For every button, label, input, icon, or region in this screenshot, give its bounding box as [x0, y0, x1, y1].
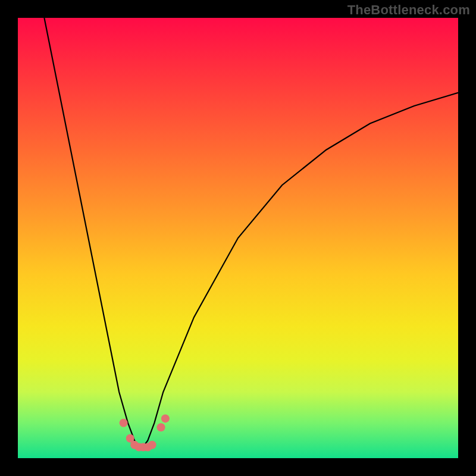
dot	[161, 414, 170, 422]
dot	[148, 441, 156, 449]
chart-frame: TheBottleneck.com	[0, 0, 476, 476]
dot	[157, 423, 165, 431]
plot-area	[18, 18, 458, 458]
dot	[120, 419, 128, 427]
curve-svg	[18, 18, 458, 458]
bottleneck-curve	[44, 18, 458, 449]
watermark-text: TheBottleneck.com	[347, 2, 470, 18]
